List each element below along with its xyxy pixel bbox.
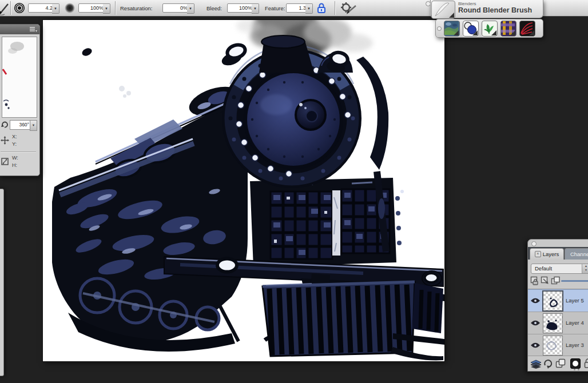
- locomotive-painting: [43, 20, 444, 361]
- y-label: Y:: [12, 141, 17, 147]
- rotation-dropdown[interactable]: ▼: [30, 120, 37, 131]
- navigator-thumbnail: [2, 37, 35, 116]
- duplicate-layer-icon[interactable]: [551, 276, 561, 286]
- close-icon[interactable]: ×: [535, 251, 541, 257]
- layer-thumbnail[interactable]: [542, 290, 563, 312]
- layer-row[interactable]: Layer 5: [528, 289, 588, 312]
- smokebox-front: [220, 35, 361, 188]
- brush-variant-name[interactable]: Round Blender Brush: [458, 6, 532, 14]
- cowcatcher: [263, 282, 444, 360]
- corner-flag: [454, 30, 459, 35]
- layer-row[interactable]: Layer 3: [528, 334, 588, 357]
- opacity-dropdown[interactable]: ▼: [103, 3, 110, 14]
- layer-row[interactable]: Layer 4: [528, 312, 588, 334]
- resize-grip-dot: [574, 369, 575, 370]
- variant-tile-leaf[interactable]: [482, 21, 498, 37]
- new-layer-mask-icon[interactable]: [570, 358, 581, 369]
- brush-size-dropdown[interactable]: ▼: [52, 3, 59, 14]
- toolbar-separator: [10, 1, 11, 15]
- variant-tile-texture[interactable]: [444, 21, 460, 37]
- resaturation-field[interactable]: 0%: [162, 3, 190, 13]
- tab-layers-label: Layers: [543, 251, 559, 257]
- brush-tool-icon[interactable]: [0, 1, 11, 15]
- corner-flag: [510, 30, 515, 35]
- new-layer-icon[interactable]: [555, 358, 566, 369]
- visibility-eye-icon[interactable]: [530, 342, 541, 349]
- resize-grip-dot: [578, 369, 579, 370]
- canvas[interactable]: [43, 20, 444, 361]
- layer-commands-stack-icon[interactable]: [530, 358, 542, 369]
- corner-flag: [449, 13, 454, 18]
- layer-name: Layer 5: [566, 297, 584, 304]
- w-label: W:: [12, 155, 18, 161]
- brush-category-label: Blenders: [458, 1, 476, 6]
- layer-name: Layer 4: [566, 320, 584, 326]
- rotation-field[interactable]: 360°: [10, 120, 31, 130]
- corner-flag: [472, 30, 478, 35]
- layers-bottom-bar: [528, 356, 588, 371]
- panel-menu-icon[interactable]: [29, 26, 37, 33]
- offscreen-panel-edge: [0, 189, 4, 376]
- variant-tile-shapes[interactable]: [463, 21, 479, 37]
- resaturation-label: Resaturation:: [120, 5, 153, 11]
- feature-dropdown[interactable]: ▼: [305, 3, 313, 14]
- opacity-icon: [64, 2, 76, 14]
- x-label: X:: [12, 134, 17, 139]
- panel-dot: [426, 1, 431, 6]
- brush-variant-row: [435, 19, 543, 38]
- panel-dot: [437, 26, 442, 31]
- brush-selector-bar[interactable]: Blenders Round Blender Brush: [430, 0, 543, 18]
- size-readout: W: H:: [1, 155, 37, 170]
- bleed-dropdown[interactable]: ▼: [252, 3, 259, 14]
- bleed-field[interactable]: 100%: [227, 3, 255, 13]
- faint-speckles: [119, 86, 131, 98]
- lock-layer-icon[interactable]: [584, 358, 588, 369]
- brush-size-field[interactable]: 4.2: [28, 3, 55, 13]
- layer-doodle: [543, 314, 561, 332]
- feature-label: Feature:: [265, 5, 285, 11]
- layer-composite-dropdown[interactable]: Default ▲▼: [531, 264, 588, 274]
- visibility-eye-icon[interactable]: [530, 297, 541, 304]
- rotate-icon[interactable]: [1, 121, 9, 129]
- dynamic-plugins-icon[interactable]: [543, 358, 553, 369]
- layer-doodle: [543, 336, 561, 354]
- layers-tab-bar: × Layers Channels: [528, 247, 588, 260]
- navigator-preview[interactable]: [2, 37, 37, 118]
- tab-channels-label: Channels: [570, 251, 588, 257]
- layer-doodle: [543, 292, 561, 309]
- opacity-field[interactable]: 100%: [78, 3, 106, 13]
- tab-layers[interactable]: × Layers: [530, 248, 564, 260]
- move-icon: [1, 136, 9, 145]
- layer-thumbnail[interactable]: [543, 336, 563, 356]
- pick-up-underlying-icon[interactable]: [541, 276, 550, 286]
- handle-ring-left: [225, 43, 247, 61]
- navigator-title-bar[interactable]: [0, 25, 39, 34]
- layers-panel: × Layers Channels Default ▲▼: [527, 239, 588, 372]
- preserve-transparency-icon[interactable]: [530, 276, 540, 286]
- position-readout: X: Y:: [1, 134, 37, 149]
- stroke-settings-gear-icon[interactable]: [340, 1, 358, 15]
- h-label: H:: [12, 162, 17, 168]
- composite-method-value: Default: [535, 265, 552, 272]
- dimensions-icon: [1, 157, 9, 166]
- bleed-label: Bleed:: [206, 5, 222, 11]
- variant-tile-rednet[interactable]: [519, 21, 535, 37]
- brush-stroke-preview[interactable]: [431, 1, 455, 19]
- panel-dot: [531, 241, 537, 246]
- layers-list: Layer 5 Layer 4: [528, 289, 588, 357]
- toolbar-separator: [335, 1, 335, 15]
- toolbar-separator: [115, 1, 116, 15]
- tab-channels[interactable]: Channels: [565, 248, 588, 260]
- layer-opacity-slider[interactable]: [561, 280, 588, 282]
- painter-app-window: 4.2 ▼ 100% ▼ Resaturation: 0% ▼ Bleed: 1…: [0, 0, 588, 383]
- resaturation-dropdown[interactable]: ▼: [187, 3, 194, 14]
- layer-thumbnail[interactable]: [543, 313, 563, 333]
- divider: [1, 151, 36, 152]
- visibility-eye-icon[interactable]: [530, 320, 541, 326]
- navigator-panel: 360° ▼ X: Y: W: H:: [0, 24, 40, 176]
- dropdown-stepper-icon[interactable]: ▲▼: [582, 264, 588, 273]
- variant-tile-plaid[interactable]: [500, 21, 517, 37]
- lock-icon[interactable]: [315, 2, 328, 14]
- corner-flag: [491, 30, 496, 35]
- layer-name: Layer 3: [566, 342, 584, 348]
